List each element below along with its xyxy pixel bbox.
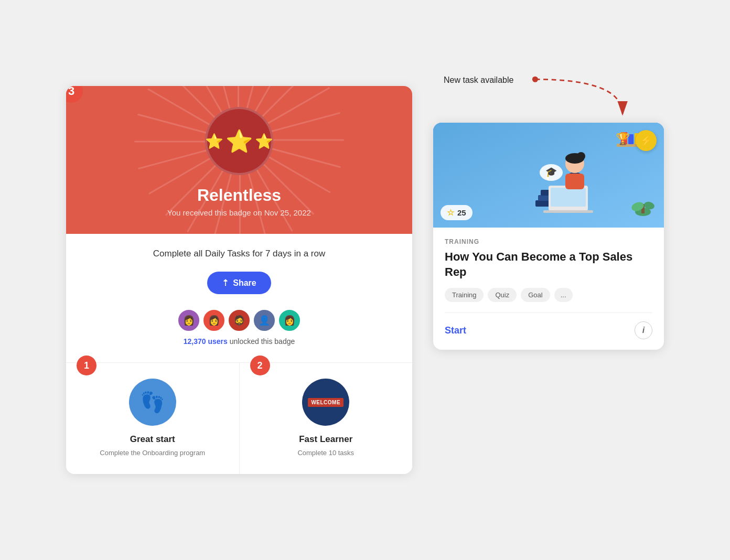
tag-quiz[interactable]: Quiz	[488, 288, 517, 302]
mini-badge-icon-2: WELCOME	[302, 379, 349, 426]
welcome-sign: WELCOME	[308, 398, 343, 407]
task-title: How You Can Become a Top Sales Rep	[445, 250, 652, 279]
mini-badge-desc-2: Complete 10 tasks	[250, 448, 402, 458]
tag-goal[interactable]: Goal	[521, 288, 550, 302]
mini-badge-number-1: 1	[77, 356, 96, 375]
svg-point-1	[532, 77, 538, 82]
svg-text:🏆: 🏆	[616, 132, 630, 146]
mini-badge-icon-1: 👣	[129, 379, 176, 426]
badge-subtitle: You received this badge on Nov 25, 2022	[77, 208, 402, 217]
mini-badge-2: 2 WELCOME Fast Learner Complete 10 tasks	[240, 363, 413, 474]
rating-value: 25	[457, 208, 466, 217]
task-card-image: 🎓 🏆 ⚡	[433, 123, 664, 228]
task-card-body: TRAINING How You Can Become a Top Sales …	[433, 228, 664, 350]
right-panel: New task available	[433, 96, 664, 350]
star-small-right: ⭐	[255, 133, 273, 150]
avatar-1: 👩	[177, 309, 200, 332]
mini-badges-row: 1 👣 Great start Complete the Onboarding …	[66, 362, 412, 474]
start-button[interactable]: Start	[445, 325, 466, 336]
svg-rect-8	[543, 210, 593, 213]
svg-rect-7	[551, 188, 586, 207]
svg-point-12	[577, 152, 585, 160]
avatar-2: 👩	[202, 309, 226, 332]
mini-badge-title-1: Great start	[77, 434, 229, 445]
avatar-4: 👤	[253, 309, 276, 332]
star-small-left: ⭐	[205, 133, 223, 150]
task-tags: Training Quiz Goal ...	[445, 288, 652, 302]
badge-title: Relentless	[77, 186, 402, 205]
footprints-icon: 👣	[140, 391, 165, 414]
dashed-arrow	[528, 68, 706, 120]
users-count: 12,370 users	[184, 337, 228, 346]
mini-badge-1: 1 👣 Great start Complete the Onboarding …	[66, 363, 240, 474]
share-icon: ⇡	[222, 278, 229, 288]
avatar-3: 🧔	[228, 309, 251, 332]
bolt-badge: ⚡	[636, 130, 657, 151]
badge-panel: 3	[66, 86, 412, 474]
new-task-label: New task available	[444, 76, 513, 85]
star-big-center: ⭐	[226, 128, 253, 154]
avatar-group: 👩 👩 🧔 👤 👩	[177, 309, 301, 332]
star-icon: ☆	[447, 208, 454, 218]
bolt-icon: ⚡	[640, 134, 653, 147]
share-button[interactable]: ⇡ Share	[207, 272, 271, 294]
users-suffix: unlocked this badge	[230, 337, 295, 346]
task-card: 🎓 🏆 ⚡	[433, 123, 664, 350]
avatar-5: 👩	[278, 309, 301, 332]
badge-description: Complete all Daily Tasks for 7 days in a…	[82, 249, 396, 259]
badge-icon: ⭐ ⭐ ⭐	[205, 107, 273, 175]
users-text: 12,370 users unlocked this badge	[184, 337, 295, 346]
share-label: Share	[233, 278, 256, 288]
mini-badge-desc-1: Complete the Onboarding program	[77, 448, 229, 458]
info-button[interactable]: i	[635, 321, 652, 339]
tag-more[interactable]: ...	[554, 288, 573, 302]
mini-badge-number-2: 2	[250, 356, 270, 375]
badge-body: Complete all Daily Tasks for 7 days in a…	[66, 234, 412, 362]
mini-badge-title-2: Fast Learner	[250, 434, 402, 445]
svg-text:🎓: 🎓	[545, 166, 557, 178]
task-footer: Start i	[445, 313, 652, 339]
task-category: TRAINING	[445, 238, 652, 245]
rating-row: ☆ 25	[441, 205, 473, 220]
badge-hero: ⭐ ⭐ ⭐ Relentless You received this badge…	[66, 86, 412, 234]
svg-rect-13	[565, 174, 584, 189]
tag-training[interactable]: Training	[445, 288, 484, 302]
users-row: 👩 👩 🧔 👤 👩 12,370 users unlocked this bad…	[82, 309, 396, 346]
